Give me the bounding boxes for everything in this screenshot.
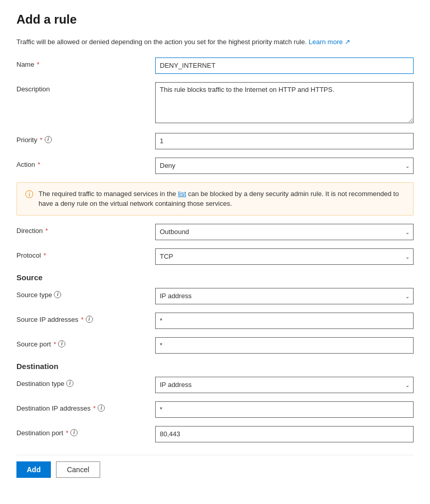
source-type-row: Source type i IP address Service Tag ⌄	[16, 288, 414, 304]
source-type-select[interactable]: IP address Service Tag	[155, 288, 414, 304]
destination-port-label: Destination port * i	[16, 426, 155, 437]
action-label: Action *	[16, 158, 155, 168]
action-field-wrapper: Allow Deny Always Allow ⌄	[155, 158, 414, 174]
source-port-required: *	[53, 340, 56, 348]
source-port-field-wrapper	[155, 337, 414, 354]
direction-select[interactable]: Inbound Outbound	[155, 224, 414, 240]
source-ip-required: *	[81, 316, 83, 323]
description-input[interactable]: This rule blocks traffic to the Internet…	[155, 82, 414, 123]
description-row: Description This rule blocks traffic to …	[16, 82, 414, 125]
destination-ip-required: *	[93, 404, 96, 412]
source-ip-row: Source IP addresses * i	[16, 313, 414, 329]
source-ip-input[interactable]	[155, 313, 414, 329]
description-field-wrapper: This rule blocks traffic to the Internet…	[155, 82, 414, 125]
name-row: Name *	[16, 57, 414, 74]
protocol-required: *	[44, 251, 46, 259]
source-port-row: Source port * i	[16, 337, 414, 354]
description-label: Description	[16, 82, 155, 93]
direction-select-wrapper: Inbound Outbound ⌄	[155, 224, 414, 240]
button-row: Add Cancel	[16, 455, 414, 478]
destination-section-header: Destination	[16, 362, 414, 371]
priority-label: Priority * i	[16, 133, 155, 144]
name-required: *	[37, 61, 40, 68]
destination-type-row: Destination type i IP address Service Ta…	[16, 377, 414, 393]
name-input[interactable]	[155, 57, 414, 74]
action-select-wrapper: Allow Deny Always Allow ⌄	[155, 158, 414, 174]
source-type-field-wrapper: IP address Service Tag ⌄	[155, 288, 414, 304]
warning-box: ⓘ The required traffic to managed servic…	[16, 182, 414, 216]
page-title: Add a rule	[16, 12, 414, 27]
destination-port-row: Destination port * i	[16, 426, 414, 442]
destination-type-info-icon[interactable]: i	[66, 380, 73, 387]
direction-row: Direction * Inbound Outbound ⌄	[16, 224, 414, 240]
priority-required: *	[40, 136, 42, 144]
priority-info-icon[interactable]: i	[45, 136, 52, 143]
learn-more-link[interactable]: Learn more ↗	[309, 38, 350, 46]
direction-required: *	[45, 227, 48, 235]
direction-field-wrapper: Inbound Outbound ⌄	[155, 224, 414, 240]
warning-text: The required traffic to managed services…	[39, 189, 405, 209]
destination-port-info-icon[interactable]: i	[70, 429, 78, 436]
source-type-label: Source type i	[16, 288, 155, 299]
protocol-select[interactable]: Any TCP UDP ICMP	[155, 248, 414, 265]
priority-input[interactable]	[155, 133, 414, 149]
cancel-button[interactable]: Cancel	[56, 461, 100, 478]
warning-icon: ⓘ	[25, 189, 33, 200]
add-button[interactable]: Add	[16, 461, 51, 478]
protocol-label: Protocol *	[16, 248, 155, 259]
external-link-icon: ↗	[345, 38, 350, 46]
destination-ip-input[interactable]	[155, 401, 414, 418]
name-field-wrapper	[155, 57, 414, 74]
protocol-select-wrapper: Any TCP UDP ICMP ⌄	[155, 248, 414, 265]
destination-ip-row: Destination IP addresses * i	[16, 401, 414, 418]
source-port-info-icon[interactable]: i	[58, 340, 65, 347]
priority-row: Priority * i	[16, 133, 414, 149]
source-ip-field-wrapper	[155, 313, 414, 329]
action-row: Action * Allow Deny Always Allow ⌄	[16, 158, 414, 174]
protocol-field-wrapper: Any TCP UDP ICMP ⌄	[155, 248, 414, 265]
destination-type-select[interactable]: IP address Service Tag	[155, 377, 414, 393]
destination-port-input[interactable]	[155, 426, 414, 442]
direction-label: Direction *	[16, 224, 155, 235]
source-ip-info-icon[interactable]: i	[86, 316, 93, 323]
source-ip-label: Source IP addresses * i	[16, 313, 155, 323]
destination-ip-label: Destination IP addresses * i	[16, 401, 155, 412]
source-port-label: Source port * i	[16, 337, 155, 348]
destination-port-field-wrapper	[155, 426, 414, 442]
destination-ip-info-icon[interactable]: i	[98, 404, 105, 412]
source-port-input[interactable]	[155, 337, 414, 354]
priority-field-wrapper	[155, 133, 414, 149]
action-select[interactable]: Allow Deny Always Allow	[155, 158, 414, 174]
destination-type-select-wrapper: IP address Service Tag ⌄	[155, 377, 414, 393]
destination-port-required: *	[66, 429, 68, 437]
protocol-row: Protocol * Any TCP UDP ICMP ⌄	[16, 248, 414, 265]
source-section-header: Source	[16, 273, 414, 282]
source-type-info-icon[interactable]: i	[54, 291, 61, 298]
action-required: *	[38, 161, 40, 168]
destination-type-label: Destination type i	[16, 377, 155, 387]
name-label: Name *	[16, 57, 155, 68]
intro-text: Traffic will be allowed or denied depend…	[16, 37, 414, 47]
destination-ip-field-wrapper	[155, 401, 414, 418]
warning-list-link[interactable]: list	[178, 190, 186, 198]
source-type-select-wrapper: IP address Service Tag ⌄	[155, 288, 414, 304]
destination-type-field-wrapper: IP address Service Tag ⌄	[155, 377, 414, 393]
